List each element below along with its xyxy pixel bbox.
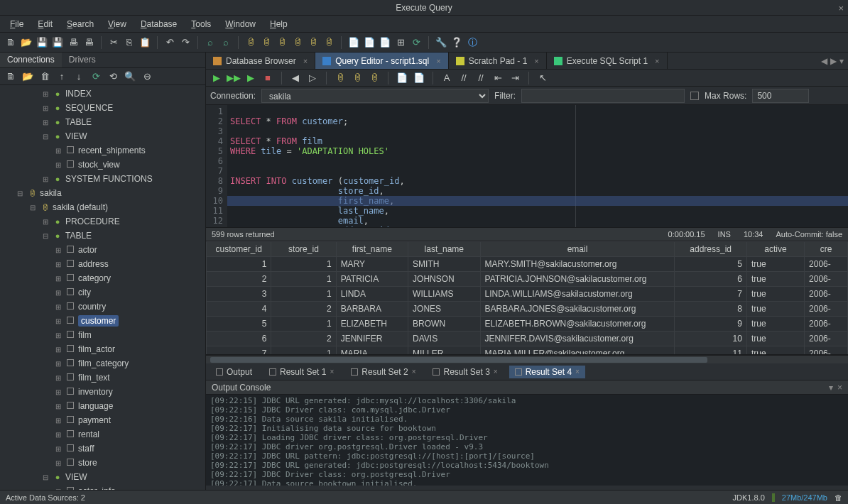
open-folder-icon[interactable]: 📂 xyxy=(21,70,34,83)
menu-window[interactable]: Window xyxy=(219,17,261,31)
export-icon[interactable]: 📄 xyxy=(396,72,408,84)
find-icon[interactable]: ⌕ xyxy=(204,36,217,49)
tree-node-rental[interactable]: ⊞rental xyxy=(0,427,205,442)
sql-editor[interactable]: 1234567891011121314 SELECT * FROM custom… xyxy=(206,105,848,227)
refresh-icon[interactable]: ⟳ xyxy=(89,70,102,83)
settings-icon[interactable]: 🔧 xyxy=(435,36,447,49)
redo-icon[interactable]: ↷ xyxy=(179,36,192,49)
tab-execute-sql-script-1[interactable]: Execute SQL Script 1× xyxy=(547,53,668,69)
clear-icon[interactable]: ⟲ xyxy=(107,70,119,83)
tab-prev-icon[interactable]: ◀ xyxy=(821,56,827,66)
close-icon[interactable]: × xyxy=(494,368,498,376)
execute-partial-icon[interactable]: ▶ xyxy=(244,72,257,84)
close-icon[interactable]: × xyxy=(838,3,844,13)
maxrows-input[interactable] xyxy=(752,89,809,103)
execute-icon[interactable]: ▶ xyxy=(210,72,223,84)
tree-node-system-functions[interactable]: ⊞●SYSTEM FUNCTIONS xyxy=(0,172,205,186)
info-icon[interactable]: ⓘ xyxy=(466,36,479,49)
db5-icon[interactable]: 🛢 xyxy=(307,36,320,49)
close-icon[interactable]: × xyxy=(575,368,580,376)
tab-next-icon[interactable]: ▶ xyxy=(830,56,837,66)
new-connection-icon[interactable]: 🗎 xyxy=(4,36,17,49)
col-customer_id[interactable]: customer_id xyxy=(207,242,271,257)
print-preview-icon[interactable]: 🖶 xyxy=(82,36,95,49)
menu-file[interactable]: File xyxy=(4,17,29,31)
result-tab-result-set-2[interactable]: Result Set 2× xyxy=(345,366,421,378)
paste-icon[interactable]: 📋 xyxy=(138,36,151,49)
tree-node-recent-shipments[interactable]: ⊞recent_shipments xyxy=(0,143,205,158)
tree-node-category[interactable]: ⊞category xyxy=(0,271,205,285)
tab-scratch-pad-1[interactable]: Scratch Pad - 1× xyxy=(449,53,547,69)
connection-select[interactable]: sakila xyxy=(261,89,489,103)
db6-icon[interactable]: 🛢 xyxy=(322,36,335,49)
table-row[interactable]: 71MARIAMILLERMARIA.MILLER@sakilacustomer… xyxy=(207,346,848,356)
filter-input[interactable] xyxy=(521,89,685,103)
autocommit-icon[interactable]: 🛢 xyxy=(368,72,381,84)
col-first_name[interactable]: first_name xyxy=(336,242,408,257)
table-row[interactable]: 62JENNIFERDAVISJENNIFER.DAVIS@sakilacust… xyxy=(207,332,848,346)
result-tab-result-set-4[interactable]: Result Set 4× xyxy=(509,366,585,378)
menu-edit[interactable]: Edit xyxy=(32,17,58,31)
tab-database-browser[interactable]: Database Browser× xyxy=(206,53,315,69)
tree-node-sakila-default-[interactable]: ⊟🛢sakila (default) xyxy=(0,200,205,214)
tree-node-film-text[interactable]: ⊞film_text xyxy=(0,371,205,385)
format-icon[interactable]: A xyxy=(440,72,453,84)
tree-node-country[interactable]: ⊞country xyxy=(0,300,205,314)
tab-query-editor-script1-sql[interactable]: Query Editor - script1.sql× xyxy=(315,53,448,69)
tree-node-index[interactable]: ⊞●INDEX xyxy=(0,87,205,101)
script1-icon[interactable]: 📄 xyxy=(347,36,360,49)
table-row[interactable]: 42BARBARAJONESBARBARA.JONES@sakilacustom… xyxy=(207,302,848,317)
table-row[interactable]: 21PATRICIAJOHNSONPATRICIA.JOHNSON@sakila… xyxy=(207,272,848,287)
tree-node-stock-view[interactable]: ⊞stock_view xyxy=(0,158,205,172)
tree-node-view[interactable]: ⊟●VIEW xyxy=(0,470,205,484)
tree-node-procedure[interactable]: ⊞●PROCEDURE xyxy=(0,214,205,229)
tree-node-customer[interactable]: ⊞customer xyxy=(0,314,205,328)
tree-node-actor[interactable]: ⊞actor xyxy=(0,243,205,257)
next-icon[interactable]: ▷ xyxy=(306,72,319,84)
tree-node-inventory[interactable]: ⊞inventory xyxy=(0,385,205,399)
console-min-icon[interactable]: ▾ xyxy=(829,383,833,393)
replace-icon[interactable]: ⌕ xyxy=(219,36,232,49)
cut-icon[interactable]: ✂ xyxy=(107,36,120,49)
tree-node-film-category[interactable]: ⊞film_category xyxy=(0,356,205,371)
erd-icon[interactable]: ⊞ xyxy=(394,36,407,49)
close-icon[interactable]: × xyxy=(412,368,416,376)
db2-icon[interactable]: 🛢 xyxy=(260,36,273,49)
cursor-icon[interactable]: ↖ xyxy=(536,72,549,84)
tab-list-icon[interactable]: ▾ xyxy=(839,56,844,66)
tree-node-table[interactable]: ⊞●TABLE xyxy=(0,115,205,129)
result-tab-result-set-1[interactable]: Result Set 1× xyxy=(263,366,339,378)
menu-help[interactable]: Help xyxy=(264,17,293,31)
table-row[interactable]: 11MARYSMITHMARY.SMITH@sakilacustomer.org… xyxy=(207,257,848,272)
prev-icon[interactable]: ◀ xyxy=(289,72,302,84)
tree-node-store[interactable]: ⊞store xyxy=(0,456,205,470)
output-console[interactable]: [09:22:15] JDBC URL generated: jdbc:mysq… xyxy=(206,395,848,486)
result-tab-result-set-3[interactable]: Result Set 3× xyxy=(427,366,503,378)
col-active[interactable]: active xyxy=(746,242,804,257)
copy-icon[interactable]: ⎘ xyxy=(123,36,136,49)
tree-node-actor-info[interactable]: ⊞actor_info xyxy=(0,484,205,490)
comment-icon[interactable]: // xyxy=(457,72,470,84)
result-grid[interactable]: customer_idstore_idfirst_namelast_nameem… xyxy=(206,241,848,355)
script2-icon[interactable]: 📄 xyxy=(363,36,376,49)
console-close-icon[interactable]: × xyxy=(837,383,842,393)
stop-icon[interactable]: ⊖ xyxy=(141,70,153,83)
menu-database[interactable]: Database xyxy=(135,17,183,31)
stop-icon[interactable]: ■ xyxy=(261,72,274,84)
shift-right-icon[interactable]: ⇥ xyxy=(509,72,521,84)
tree-node-film[interactable]: ⊞film xyxy=(0,328,205,342)
tree-node-sequence[interactable]: ⊞●SEQUENCE xyxy=(0,101,205,115)
tree-node-table[interactable]: ⊟●TABLE xyxy=(0,229,205,243)
rollback-icon[interactable]: 🛢 xyxy=(351,72,364,84)
col-email[interactable]: email xyxy=(480,242,675,257)
open-icon[interactable]: 📂 xyxy=(20,36,33,49)
save-icon[interactable]: 💾 xyxy=(36,36,48,49)
close-tab-icon[interactable]: × xyxy=(655,57,659,65)
commit-icon[interactable]: 🛢 xyxy=(334,72,347,84)
refresh-icon[interactable]: ⟳ xyxy=(410,36,423,49)
close-icon[interactable]: × xyxy=(330,368,334,376)
arrow-up-icon[interactable]: ↑ xyxy=(55,70,68,83)
script3-icon[interactable]: 📄 xyxy=(379,36,391,49)
help-icon[interactable]: ❔ xyxy=(450,36,463,49)
delete-icon[interactable]: 🗑 xyxy=(38,70,51,83)
